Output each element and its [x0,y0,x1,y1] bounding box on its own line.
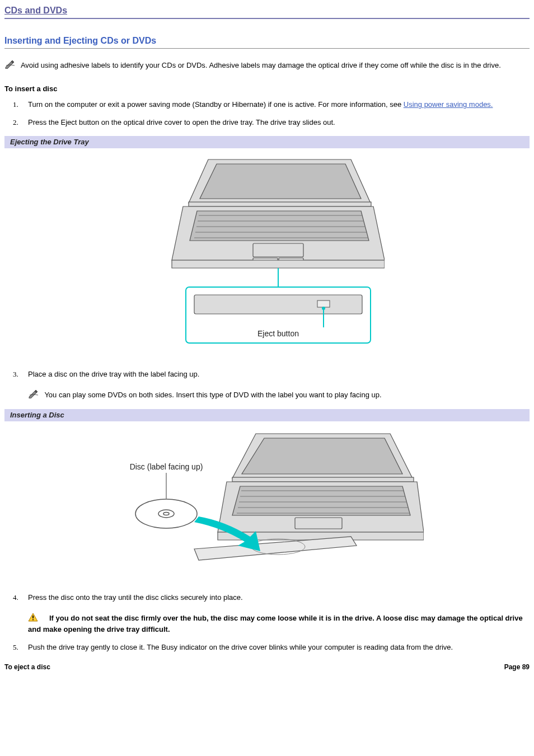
step-1: Turn on the computer or exit a power sav… [20,100,530,110]
figure-2-caption: Inserting a Disc [4,409,530,421]
svg-rect-10 [253,243,303,257]
step-4-warning: If you do not seat the disc firmly over … [28,613,530,635]
insert-steps-cont2: Press the disc onto the tray until the d… [20,593,530,653]
eject-heading: To eject a disc [4,663,50,672]
step-4: Press the disc onto the tray until the d… [20,593,530,635]
eject-tray-illustration: Eject button [149,154,385,355]
step-3-text: Place a disc on the drive tray with the … [28,370,199,378]
step-5: Push the drive tray gently to close it. … [20,642,530,652]
disc-label-callout: Disc (label facing up) [130,462,203,471]
page-footer: To eject a disc Page 89 [4,663,530,672]
power-saving-modes-link[interactable]: Using power saving modes. [404,100,493,109]
svg-rect-26 [232,477,414,482]
svg-point-23 [163,513,169,515]
svg-point-21 [135,499,197,528]
intro-note-text: Avoid using adhesive labels to identify … [19,61,501,69]
step-3-note: You can play some DVDs on both sides. In… [28,389,530,401]
figure-2: Disc (label facing up) [4,421,530,592]
intro-note: Avoid using adhesive labels to identify … [4,60,530,72]
step-4-warning-text: If you do not seat the disc firmly over … [28,614,523,633]
svg-point-18 [322,307,325,310]
svg-rect-39 [32,616,34,618]
eject-button-label: Eject button [257,329,299,338]
svg-marker-13 [172,260,385,268]
step-2: Press the Eject button on the optical dr… [20,118,530,128]
svg-marker-25 [242,438,402,474]
figure-1-caption: Ejecting the Drive Tray [4,136,530,148]
svg-point-22 [158,510,174,518]
svg-rect-15 [194,295,362,314]
pencil-icon [28,389,40,401]
step-3: Place a disc on the drive tray with the … [20,369,530,401]
step-2-text: Press the Eject button on the optical dr… [28,118,335,126]
svg-marker-1 [200,164,361,199]
insert-steps: Turn on the computer or exit a power sav… [20,100,530,128]
svg-rect-16 [317,300,330,307]
svg-rect-40 [32,619,34,620]
svg-rect-34 [295,518,342,529]
figure-1: Eject button [4,148,530,369]
page-title: CDs and DVDs [4,4,530,19]
page-number: Page 89 [504,663,530,672]
step-4-text: Press the disc onto the tray until the d… [28,593,243,602]
pencil-icon [4,60,17,72]
insert-steps-cont: Place a disc on the drive tray with the … [20,369,530,401]
step-3-note-text: You can play some DVDs on both sides. In… [43,391,382,399]
section-heading: Inserting and Ejecting CDs or DVDs [4,35,530,48]
step-1-text: Turn on the computer or exit a power sav… [28,100,404,109]
step-5-text: Push the drive tray gently to close it. … [28,643,453,651]
svg-rect-2 [189,202,371,206]
warning-icon [28,613,38,624]
insert-disc-illustration: Disc (label facing up) [110,427,424,578]
insert-heading: To insert a disc [4,84,530,94]
